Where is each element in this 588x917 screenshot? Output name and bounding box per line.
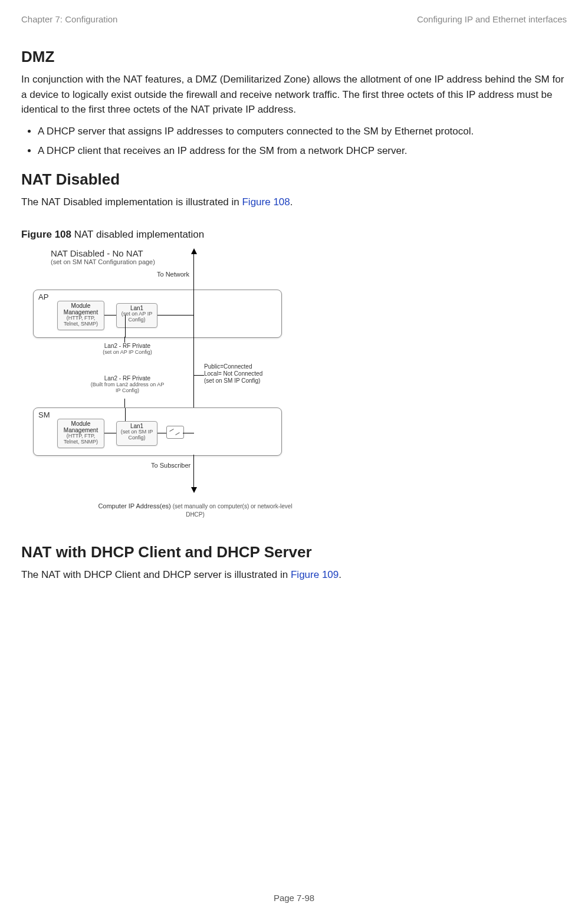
figure-109-link[interactable]: Figure 109 bbox=[291, 569, 339, 580]
nat-disabled-diagram: NAT Disabled - No NAT (set on SM NAT Con… bbox=[33, 248, 310, 531]
arrow-up-icon bbox=[191, 248, 197, 254]
to-network-label: To Network bbox=[157, 271, 189, 278]
arrow-line bbox=[193, 253, 194, 290]
lan1-sm-sub: (set on SM IP Config) bbox=[118, 429, 156, 441]
computer-ip-label: Computer IP Address(es) (set manually on… bbox=[98, 502, 293, 519]
ap-label: AP bbox=[38, 292, 48, 301]
module-mgmt-sub: (HTTP, FTP, Telnet, SNMP) bbox=[59, 315, 103, 327]
pub-conn-label: Public=Connected Local= Not Connected (s… bbox=[204, 363, 281, 384]
lan2-bottom-sub: (Built from Lan2 address on AP IP Config… bbox=[89, 382, 166, 394]
diagram-subtitle: (set on SM NAT Configuration page) bbox=[51, 258, 155, 265]
figure-108-link[interactable]: Figure 108 bbox=[242, 196, 290, 208]
dmz-bullets: A DHCP server that assigns IP addresses … bbox=[21, 123, 567, 159]
module-mgmt-sub: (HTTP, FTP, Telnet, SNMP) bbox=[59, 433, 103, 445]
ap-box: AP Module Management (HTTP, FTP, Telnet,… bbox=[33, 290, 282, 338]
router-icon bbox=[166, 426, 184, 439]
header-left: Chapter 7: Configuration bbox=[21, 14, 117, 24]
nat-disabled-heading: NAT Disabled bbox=[21, 170, 567, 189]
dmz-body: In conjunction with the NAT features, a … bbox=[21, 72, 567, 117]
lan2-top-sub: (set on AP IP Config) bbox=[98, 350, 157, 356]
arrow-down-icon bbox=[191, 487, 197, 493]
list-item: A DHCP client that receives an IP addres… bbox=[38, 143, 567, 159]
arrow-line bbox=[193, 455, 194, 487]
to-subscriber-label: To Subscriber bbox=[151, 462, 190, 469]
module-mgmt-label: Module Management bbox=[59, 303, 103, 315]
nat-disabled-body: The NAT Disabled implementation is illus… bbox=[21, 195, 567, 210]
sm-label: SM bbox=[38, 410, 50, 419]
diagram-title: NAT Disabled - No NAT bbox=[51, 248, 155, 258]
dmz-heading: DMZ bbox=[21, 48, 567, 66]
page-footer: Page 7-98 bbox=[0, 893, 588, 903]
lan1-ap-sub: (set on AP IP Config) bbox=[118, 311, 156, 323]
figure-caption: Figure 108 NAT disabled implementation bbox=[21, 227, 567, 242]
sm-box: SM Module Management (HTTP, FTP, Telnet,… bbox=[33, 407, 282, 456]
nat-dhcp-heading: NAT with DHCP Client and DHCP Server bbox=[21, 543, 567, 561]
arrow-line bbox=[193, 290, 194, 422]
nat-dhcp-body: The NAT with DHCP Client and DHCP server… bbox=[21, 567, 567, 583]
header-right: Configuring IP and Ethernet interfaces bbox=[417, 14, 567, 24]
list-item: A DHCP server that assigns IP addresses … bbox=[38, 123, 567, 139]
module-mgmt-label: Module Management bbox=[59, 420, 103, 433]
